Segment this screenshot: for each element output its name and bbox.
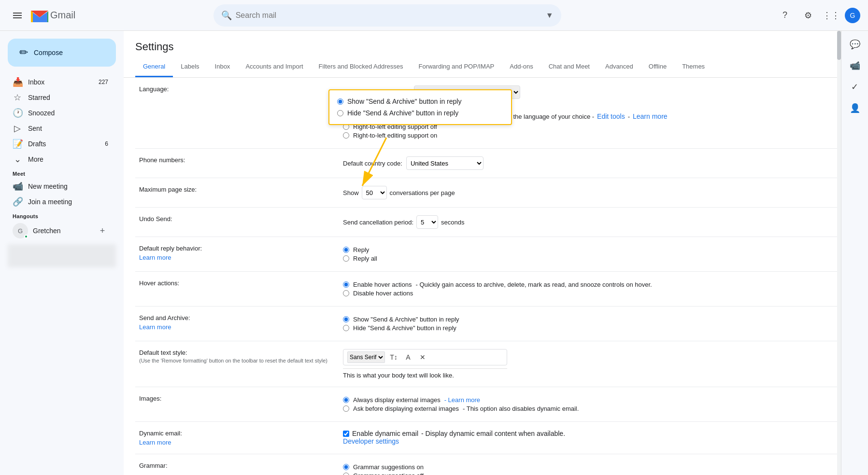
rtl-off-radio[interactable] bbox=[343, 124, 349, 130]
ask-display-label: Ask before displaying external images bbox=[353, 405, 459, 412]
language-row: Language: Gmail display language: Englis… bbox=[135, 78, 856, 149]
sidebar-item-inbox[interactable]: 📥 Inbox 227 bbox=[0, 74, 116, 90]
text-preview: This is what your body text will look li… bbox=[343, 368, 507, 379]
remove-format-button[interactable]: ✕ bbox=[417, 351, 428, 363]
sidebar-item-label: Sent bbox=[28, 125, 42, 132]
hover-enable-desc: - Quickly gain access to archive, delete… bbox=[415, 281, 652, 288]
images-learn-more[interactable]: - Learn more bbox=[444, 396, 480, 404]
ask-display-option[interactable]: Ask before displaying external images - … bbox=[343, 405, 853, 412]
sidebar-item-more[interactable]: ⌄ More bbox=[0, 152, 116, 167]
hangout-user-item[interactable]: G Gretchen + bbox=[0, 221, 124, 240]
rtl-on-option[interactable]: Right-to-left editing support on bbox=[343, 132, 853, 139]
tab-general[interactable]: General bbox=[135, 57, 173, 77]
reply-option[interactable]: Reply bbox=[343, 246, 853, 253]
text-color-button[interactable]: A bbox=[402, 351, 414, 363]
tab-addons[interactable]: Add-ons bbox=[502, 57, 541, 77]
add-hangout-button[interactable]: + bbox=[97, 225, 108, 237]
enable-input-tools-checkbox[interactable] bbox=[343, 113, 349, 120]
tab-filters[interactable]: Filters and Blocked Addresses bbox=[311, 57, 411, 77]
font-size-button[interactable]: T↕ bbox=[388, 351, 399, 363]
dynamic-enable-label: Enable dynamic email bbox=[352, 430, 418, 437]
page-size-select[interactable]: 1015202550100 bbox=[362, 186, 387, 199]
tab-accounts[interactable]: Accounts and Import bbox=[238, 57, 311, 77]
developer-settings-link[interactable]: Developer settings bbox=[343, 437, 399, 445]
always-display-radio[interactable] bbox=[343, 397, 349, 403]
tab-offline[interactable]: Offline bbox=[641, 57, 674, 77]
search-icon: 🔍 bbox=[221, 10, 232, 21]
search-input[interactable] bbox=[236, 11, 542, 20]
font-select[interactable]: Sans Serif bbox=[347, 351, 385, 363]
grammar-off-option[interactable]: Grammar suggestions off bbox=[343, 472, 853, 475]
textstyle-row: Default text style: (Use the 'Remove for… bbox=[135, 341, 856, 387]
avatar[interactable]: G bbox=[845, 8, 860, 23]
sidebar-item-drafts[interactable]: 📝 Drafts 6 bbox=[0, 136, 116, 152]
hover-disable-option[interactable]: Disable hover actions bbox=[343, 290, 853, 297]
sidebar-item-new-meeting[interactable]: 📹 New meeting bbox=[0, 179, 116, 194]
gmail-text: Gmail bbox=[50, 10, 75, 21]
grammar-on-label: Grammar suggestions on bbox=[353, 463, 424, 471]
textstyle-label: Default text style: (Use the 'Remove for… bbox=[135, 341, 339, 387]
hover-disable-radio[interactable] bbox=[343, 290, 349, 296]
reply-learn-more[interactable]: Learn more bbox=[139, 254, 327, 261]
right-panel-contacts-btn[interactable]: 👤 bbox=[845, 98, 865, 118]
settings-button[interactable]: ⚙ bbox=[798, 6, 818, 25]
sidebar-item-snoozed[interactable]: 🕐 Snoozed bbox=[0, 105, 116, 121]
ask-display-radio[interactable] bbox=[343, 405, 349, 412]
hamburger-icon bbox=[13, 15, 22, 16]
help-button[interactable]: ? bbox=[775, 6, 795, 25]
search-dropdown-icon[interactable]: ▼ bbox=[546, 11, 554, 20]
hover-label: Hover actions: bbox=[135, 272, 339, 307]
reply-all-label-text: Reply all bbox=[353, 255, 377, 262]
snoozed-icon: 🕐 bbox=[13, 108, 22, 118]
learn-more-tools-link[interactable]: Learn more bbox=[633, 112, 668, 120]
hide-sendarchive-option[interactable]: Hide "Send & Archive" button in reply bbox=[343, 324, 853, 332]
sendarchive-learn-more[interactable]: Learn more bbox=[139, 323, 327, 331]
grammar-off-radio[interactable] bbox=[343, 473, 349, 475]
right-panel-tasks-btn[interactable]: ✓ bbox=[845, 77, 865, 97]
tab-chat[interactable]: Chat and Meet bbox=[541, 57, 598, 77]
rtl-off-option[interactable]: Right-to-left editing support off bbox=[343, 123, 853, 130]
cancellation-select[interactable]: 5102030 bbox=[416, 215, 438, 229]
grammar-on-radio[interactable] bbox=[343, 464, 349, 470]
language-select[interactable]: English (US) bbox=[414, 85, 520, 99]
hover-enable-option[interactable]: Enable hover actions - Quickly gain acce… bbox=[343, 281, 853, 288]
tab-forwarding[interactable]: Forwarding and POP/IMAP bbox=[411, 57, 502, 77]
rtl-off-label: Right-to-left editing support off bbox=[353, 123, 437, 130]
sidebar-item-label: Starred bbox=[28, 94, 50, 101]
reply-all-radio[interactable] bbox=[343, 255, 349, 262]
hangouts-section-label: Hangouts bbox=[0, 210, 124, 221]
sidebar-item-sent[interactable]: ▷ Sent bbox=[0, 121, 116, 136]
undo-inner: Send cancellation period: 5102030 second… bbox=[343, 215, 853, 229]
tab-advanced[interactable]: Advanced bbox=[598, 57, 641, 77]
reply-all-option[interactable]: Reply all bbox=[343, 255, 853, 262]
images-row: Images: Always display external images -… bbox=[135, 387, 856, 422]
dynamic-learn-more[interactable]: Learn more bbox=[139, 439, 327, 446]
sidebar-item-label: New meeting bbox=[28, 182, 68, 190]
show-sendarchive-radio[interactable] bbox=[343, 316, 349, 322]
grammar-row: Grammar: Grammar suggestions on Grammar … bbox=[135, 454, 856, 475]
tab-inbox[interactable]: Inbox bbox=[207, 57, 238, 77]
sidebar-item-starred[interactable]: ☆ Starred bbox=[0, 90, 116, 105]
sidebar-item-join-meeting[interactable]: 🔗 Join a meeting bbox=[0, 194, 116, 210]
reply-radio[interactable] bbox=[343, 247, 349, 253]
tab-themes[interactable]: Themes bbox=[674, 57, 712, 77]
compose-button[interactable]: ✏ Compose bbox=[8, 39, 116, 67]
hide-sendarchive-radio[interactable] bbox=[343, 325, 349, 331]
phone-row: Phone numbers: Default country code: Uni… bbox=[135, 149, 856, 178]
show-sendarchive-option[interactable]: Show "Send & Archive" button in reply bbox=[343, 316, 853, 323]
grammar-on-option[interactable]: Grammar suggestions on bbox=[343, 463, 853, 471]
rtl-on-radio[interactable] bbox=[343, 132, 349, 139]
change-language-link[interactable]: Change language settings for other Googl… bbox=[343, 101, 500, 109]
right-panel-chat-btn[interactable]: 💬 bbox=[845, 35, 865, 54]
hover-enable-radio[interactable] bbox=[343, 281, 349, 288]
dynamic-checkbox[interactable] bbox=[343, 431, 349, 437]
tab-labels[interactable]: Labels bbox=[173, 57, 207, 77]
always-display-option[interactable]: Always display external images - Learn m… bbox=[343, 396, 853, 404]
hamburger-menu[interactable] bbox=[8, 6, 27, 25]
country-select[interactable]: United States bbox=[406, 156, 484, 170]
right-panel-video-btn[interactable]: 📹 bbox=[845, 56, 865, 75]
edit-tools-link[interactable]: Edit tools bbox=[597, 112, 625, 120]
scrollbar-thumb[interactable] bbox=[837, 31, 841, 60]
apps-button[interactable]: ⋮⋮ bbox=[822, 6, 841, 25]
language-label: Language: bbox=[135, 78, 339, 149]
